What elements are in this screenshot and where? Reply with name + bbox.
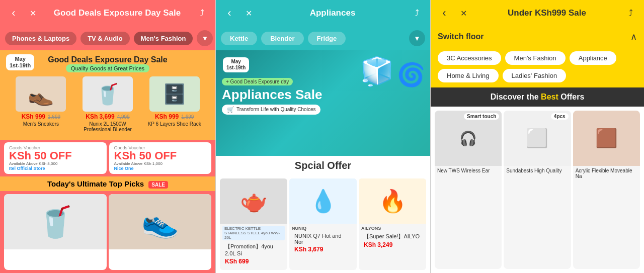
tab-phones-laptops[interactable]: Phones & Laptops — [5, 32, 76, 45]
category-dropdown-btn[interactable]: ▼ — [197, 30, 213, 46]
product-dispenser-price: KSh 3,679 — [292, 246, 354, 255]
banner-product-images: 🧊 🌀 🥤 — [360, 55, 425, 88]
share-button-2[interactable]: ⤴ — [409, 6, 424, 21]
discover-highlight: Best — [541, 93, 558, 101]
banner-subtitle-1: Quality Goods at Great Prices — [66, 64, 149, 72]
disc-card-acrylic[interactable]: 🟫 Acrylic Flexible Moveable Na — [573, 111, 640, 269]
header-bar-3: ‹ ✕ Under KSh999 Sale ⤴ — [431, 0, 644, 26]
panel-appliances: ‹ ✕ Appliances ⤴ Kettle Blender Fridge ▼… — [215, 0, 431, 273]
discover-products: 🎧 Smart touch New TWS Wireless Ear ⬜ 4pc… — [431, 107, 644, 273]
product-img-shoe-rack: 🗄️ — [149, 76, 200, 112]
sale-badge: SALE — [148, 181, 168, 189]
top-picks-grid: 🥤 👟 — [0, 191, 215, 273]
switch-floor-header: Switch floor ∧ — [431, 26, 644, 47]
cart-icon: 🛒 — [227, 106, 234, 113]
discover-suffix: Offers — [558, 93, 585, 101]
product-sneakers[interactable]: 👞 KSh 999 1,699 Men's Sneakers — [11, 76, 71, 132]
voucher-card-1[interactable]: Goods Voucher KSh 50 OFF Available Above… — [4, 142, 107, 174]
product-cooker-img: 🔥 — [359, 178, 426, 224]
disc-card-sundabests[interactable]: ⬜ 4pcs Sundabests High Quality — [504, 111, 571, 269]
price-blender-old: 4,999 — [117, 114, 130, 120]
banner-title-2: Appliances Sale — [222, 87, 424, 102]
discover-prefix: Discover the — [491, 93, 541, 101]
acrylic-emoji: 🟫 — [595, 128, 618, 149]
category-dropdown-btn-2[interactable]: ▼ — [409, 30, 425, 46]
close-button-1[interactable]: ✕ — [25, 6, 40, 21]
product-img-sneakers: 👞 — [16, 76, 66, 112]
voucher-row: Goods Voucher KSh 50 OFF Available Above… — [0, 140, 215, 176]
floor-tag-home-living[interactable]: Home & Living — [438, 69, 499, 82]
floor-tags-grid: 3C Accessories Men's Fashion Appliance H… — [431, 47, 644, 87]
tab-mens-fashion[interactable]: Men's Fashion — [134, 32, 193, 45]
switch-floor-label: Switch floor — [438, 32, 484, 41]
back-button-2[interactable]: ‹ — [222, 6, 237, 21]
voucher-store-2: Nice One — [114, 166, 207, 171]
floor-tag-appliance[interactable]: Appliance — [570, 51, 616, 65]
banner-2: May 1st-19th + Good Deals Exposure day A… — [216, 50, 430, 156]
floor-tag-ladies-fashion[interactable]: Ladies' Fashion — [503, 69, 567, 82]
tab-kettle[interactable]: Kettle — [221, 32, 257, 45]
top-pick-shoe-img: 👟 — [109, 194, 211, 249]
product-kettle-img: 🫖 — [220, 178, 287, 224]
product-cooker[interactable]: 🔥 AILYONS 【Super Sale!】AILYO KSh 3,249 — [359, 178, 426, 270]
product-water-dispenser[interactable]: 💧 NUNIQ NUNIX Q7 Hot and Nor KSh 3,679 — [289, 178, 357, 270]
disc-badge-tws: Smart touch — [464, 113, 499, 120]
chevron-down-icon-2: ▼ — [414, 34, 421, 42]
top-pick-blender[interactable]: 🥤 — [4, 194, 107, 270]
voucher-card-2[interactable]: Goods Voucher KSh 50 OFF Available Above… — [109, 142, 212, 174]
product-dispenser-badge: NUNIQ — [292, 226, 354, 231]
price-sneakers-now: KSh 999 — [22, 113, 45, 120]
chevron-up-icon[interactable]: ∧ — [630, 31, 637, 42]
category-tabs-1: Phones & Laptops TV & Audio Men's Fashio… — [0, 26, 215, 50]
top-pick-shoe[interactable]: 👟 — [109, 194, 211, 270]
back-button-3[interactable]: ‹ — [437, 6, 452, 21]
panel-good-deals: ‹ ✕ Good Deals Exposure Day Sale ⤴ Phone… — [0, 0, 215, 273]
tab-blender[interactable]: Blender — [261, 32, 303, 45]
washer-img: 🌀 — [397, 61, 425, 88]
voucher-cond-1: Available Above KSh 8,000 — [9, 161, 102, 166]
voucher-amount-2: KSh 50 OFF — [114, 150, 207, 161]
price-blender-now: KSh 3,699 — [86, 113, 114, 120]
disc-name-tws: New TWS Wireless Ear — [435, 166, 502, 174]
product-img-blender: 🥤 — [83, 76, 133, 112]
kettle-emoji: 🫖 — [240, 188, 268, 214]
voucher-amount-1: KSh 50 OFF — [9, 150, 102, 161]
special-offer-title: Spcial Offer — [216, 156, 430, 175]
product-kettle-name: 【Promotion】4you 2.0L Si — [222, 241, 285, 257]
name-rack: KP 6 Layers Shoe Rack — [148, 121, 201, 127]
fridge-img: 🧊 — [360, 55, 394, 88]
banner-title-1: Good Deals Exposure Day Sale — [5, 55, 210, 64]
product-cooker-badge: AILYONS — [361, 226, 424, 231]
voucher-cond-2: Available Above KSh 1,000 — [114, 161, 207, 166]
name-sneakers: Men's Sneakers — [23, 121, 59, 127]
disc-card-tws[interactable]: 🎧 Smart touch New TWS Wireless Ear — [435, 111, 502, 269]
back-button-1[interactable]: ‹ — [6, 6, 21, 21]
product-dispenser-name: NUNIX Q7 Hot and Nor — [292, 231, 354, 246]
product-shoe-rack[interactable]: 🗄️ KSh 999 1,699 KP 6 Layers Shoe Rack — [144, 76, 205, 132]
floor-tag-mens-fashion[interactable]: Men's Fashion — [505, 51, 566, 65]
disc-card-acrylic-img: 🟫 — [573, 111, 640, 166]
share-button-1[interactable]: ⤴ — [194, 6, 209, 21]
discover-bar: Discover the Best Offers — [431, 87, 644, 107]
tab-tv-audio[interactable]: TV & Audio — [80, 32, 130, 45]
product-kettle[interactable]: 🫖 ELECTRIC KETTLE STAINLESS STEEL 4you W… — [220, 178, 287, 270]
close-button-3[interactable]: ✕ — [456, 6, 471, 21]
close-button-2[interactable]: ✕ — [241, 6, 256, 21]
voucher-store-1: Itel Official Store — [9, 166, 102, 171]
chevron-down-icon: ▼ — [202, 34, 209, 42]
top-picks-title-bar: Today's Ultimate Top Picks SALE — [0, 176, 215, 191]
banner-products-row: 👞 KSh 999 1,699 Men's Sneakers 🥤 KSh 3,6… — [5, 72, 210, 135]
product-blender[interactable]: 🥤 KSh 3,699 4,999 Nunix 2L 1500W Profess… — [77, 76, 138, 132]
share-button-3[interactable]: ⤴ — [623, 6, 638, 21]
tab-fridge[interactable]: Fridge — [308, 32, 346, 45]
category-tabs-2: Kettle Blender Fridge ▼ — [216, 26, 430, 50]
may-badge-1: May 1st-19th — [6, 54, 34, 70]
price-rack-now: KSh 999 — [155, 113, 179, 120]
name-blender: Nunix 2L 1500W Professional BLender — [77, 121, 138, 132]
header-bar-2: ‹ ✕ Appliances ⤴ — [216, 0, 430, 26]
page-title-3: Under KSh999 Sale — [475, 8, 619, 18]
floor-tag-3c[interactable]: 3C Accessories — [438, 51, 501, 65]
event-badge: + Good Deals Exposure day — [222, 78, 293, 85]
top-pick-blender-img: 🥤 — [4, 194, 107, 249]
page-title-1: Good Deals Exposure Day Sale — [44, 8, 190, 18]
